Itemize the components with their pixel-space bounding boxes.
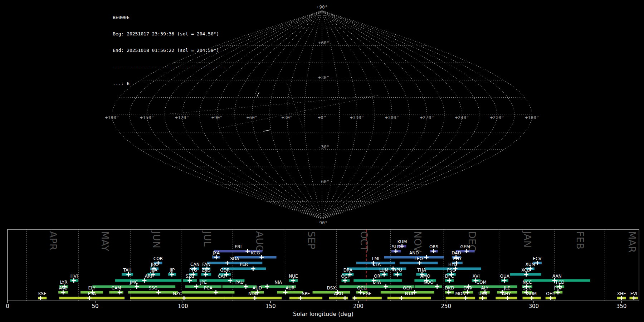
shower-peak-marker: [418, 261, 422, 265]
shower-activity-timeline: APRMAYJUNJULAUGSEPOCTNOVDECJANFEBMARKUME…: [0, 229, 644, 322]
shower-code-label: ALY: [481, 286, 488, 291]
shower-peak-marker: [464, 296, 468, 300]
pole-label: +90°: [316, 4, 327, 10]
shower-peak-marker: [228, 278, 232, 283]
shower-peak-marker: [548, 296, 553, 300]
shower-code-label: ORS: [429, 244, 438, 249]
shower-peak-marker: [447, 290, 451, 294]
longitude-label: +240°: [455, 115, 469, 120]
latitude-label: -60°: [318, 179, 329, 184]
shower-peak-marker: [291, 278, 295, 283]
shower-activity-bar: [277, 291, 303, 294]
shower-peak-marker: [170, 272, 174, 277]
observation-header: BE000E Beg: 20251017 23:39:36 (sol = 204…: [113, 4, 225, 97]
shower-code-label: LMI: [372, 256, 380, 261]
shower-peak-marker: [465, 290, 470, 294]
longitude-label: +60°: [247, 115, 258, 120]
shower-peak-marker: [535, 261, 540, 265]
shower-code-label: TAH: [123, 268, 132, 273]
shower-code-label: LEO: [414, 256, 423, 261]
month-label: APR: [48, 231, 59, 250]
shower-code-label: GEM: [460, 244, 470, 249]
shower-peak-marker: [87, 296, 92, 300]
shower-code-label: EGE: [363, 291, 371, 296]
shower-peak-marker: [194, 284, 199, 289]
longitude-label: +30°: [282, 115, 293, 120]
longitude-label: +0°: [318, 115, 326, 120]
shower-peak-marker: [135, 284, 139, 289]
month-label: JUN: [151, 230, 162, 248]
x-tick-label: 250: [441, 303, 451, 309]
shower-code-label: ELY: [88, 286, 96, 291]
shower-code-label: PCA: [204, 286, 213, 291]
shower-peak-marker: [435, 284, 439, 289]
shower-activity-bar: [313, 291, 350, 294]
shower-peak-marker: [556, 290, 560, 294]
month-label: SEP: [306, 231, 317, 249]
meteor-count: ...: 6: [113, 81, 225, 86]
shower-activity-bar: [384, 256, 444, 259]
shower-code-label: JPE: [200, 280, 206, 285]
longitude-label: +90°: [211, 115, 223, 120]
shower-peak-marker: [283, 290, 288, 294]
shower-activity-bar: [128, 291, 178, 294]
sky-map: +180°+150°+120°+90°+60°+30°+0°+330°+300°…: [0, 0, 644, 229]
shower-code-label: DRA: [343, 268, 353, 273]
shower-peak-marker: [502, 278, 507, 283]
shower-peak-marker: [530, 296, 534, 300]
shower-peak-marker: [72, 278, 76, 283]
shower-code-label: JMC: [130, 280, 138, 285]
shower-code-label: SLD: [392, 244, 400, 249]
meteor-streaks: [257, 92, 270, 131]
shower-code-label: THA: [417, 268, 426, 273]
month-label: NOV: [412, 231, 423, 253]
shower-code-label: XVI: [473, 274, 480, 279]
pole-label: -90°: [316, 220, 327, 225]
month-label: OCT: [358, 231, 370, 252]
shower-code-label: JLE: [503, 286, 510, 291]
shower-code-label: OER: [403, 286, 412, 291]
shower-peak-marker: [400, 244, 404, 248]
shower-code-label: HVI: [70, 274, 78, 279]
shower-activity-bar: [182, 291, 234, 294]
x-axis: 050100150200250300350: [6, 301, 626, 309]
month-label: FEB: [575, 231, 586, 249]
shower-peak-marker: [61, 290, 65, 294]
begin-time: Beg: 20251017 23:39:36 (sol = 204.50°): [113, 31, 225, 36]
shower-code-label: QUA: [500, 274, 509, 279]
latitude-label: -30°: [318, 144, 329, 150]
meteor-streak: [257, 92, 259, 96]
shower-code-label: OHY: [546, 291, 555, 296]
shower-code-label: AAN: [552, 274, 562, 279]
shower-peak-marker: [259, 255, 264, 259]
shower-code-label: CAM: [112, 286, 121, 291]
shower-peak-marker: [251, 267, 255, 271]
shower-code-label: NUE: [289, 274, 298, 279]
shower-code-label: XUM: [526, 262, 535, 267]
latitude-label: +60°: [318, 40, 329, 45]
shower-peak-marker: [399, 296, 404, 300]
shower-code-label: ORI: [374, 274, 381, 279]
station-code: BE000E: [113, 15, 225, 20]
shower-peak-marker: [382, 272, 386, 277]
shower-activity-bar: [387, 297, 431, 299]
shower-peak-marker: [619, 296, 624, 300]
shower-peak-marker: [343, 296, 347, 300]
shower-code-label: ERI: [235, 244, 241, 249]
x-tick-label: 150: [265, 303, 276, 309]
shower-peak-marker: [142, 278, 146, 283]
end-time: End: 20251018 01:56:22 (sol = 204.59°): [113, 48, 225, 53]
shower-code-label: FED: [556, 280, 565, 285]
shower-code-label: OCU: [357, 286, 367, 291]
shower-peak-marker: [431, 249, 436, 253]
shower-peak-marker: [204, 272, 208, 277]
x-tick-label: 50: [92, 303, 99, 309]
shower-activity-bar: [185, 286, 221, 288]
shower-activity-bar: [289, 297, 322, 299]
longitude-label: +120°: [175, 115, 189, 120]
shower-code-label: ECV: [533, 256, 542, 261]
month-label: AUG: [254, 231, 265, 252]
x-tick-label: 350: [616, 303, 627, 309]
shower-code-label: DKD: [445, 286, 454, 291]
longitude-label: +300°: [385, 115, 399, 120]
